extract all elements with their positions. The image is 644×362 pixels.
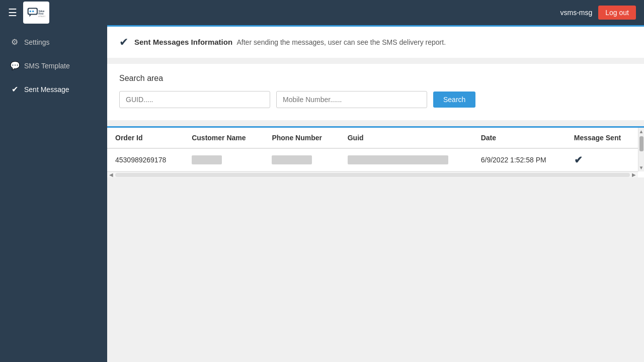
col-customer-name: Customer Name [184,128,264,148]
table-header: Order Id Customer Name Phone Number Guid… [107,128,638,148]
cell-phone-number [264,148,339,171]
sidebar-item-settings-label: Settings [24,38,50,46]
svg-point-3 [30,11,32,13]
svg-point-4 [32,11,34,13]
mobile-number-input[interactable] [276,91,427,108]
hscroll-track [115,173,630,177]
svg-text:First: First [39,13,44,15]
scroll-down-icon[interactable]: ▼ [638,164,644,171]
sent-message-icon: ✔ [10,84,19,94]
navbar-username: vsms-msg [560,9,593,17]
cell-order-id: 4530989269178 [107,148,184,171]
vertical-scrollbar[interactable]: ▲ ▼ [638,128,644,171]
table-body: 4530989269178 6/9/2022 [107,148,638,171]
table-wrapper: ▲ ▼ Order Id Customer Name Phone Number [107,128,644,177]
svg-text:Value: Value [39,10,45,13]
vscroll-thumb [639,136,643,151]
svg-marker-2 [30,15,32,17]
col-date: Date [473,128,566,148]
brand-logo: Value First A TWILIO COMPANY [23,2,49,24]
navbar-right: vsms-msg Log out [560,6,636,20]
info-banner: ✔ Sent Messages Information After sendin… [107,25,644,58]
results-table-container: ▲ ▼ Order Id Customer Name Phone Number [107,126,644,177]
layout: ⚙ Settings 💬 SMS Template ✔ Sent Message… [0,25,644,362]
cell-date: 6/9/2022 1:52:58 PM [473,148,566,171]
table-row: 4530989269178 6/9/2022 [107,148,638,171]
scroll-left-icon[interactable]: ◀ [107,172,115,177]
scroll-up-icon[interactable]: ▲ [638,128,644,135]
search-area: Search area Search [107,64,644,120]
results-table: Order Id Customer Name Phone Number Guid… [107,128,638,171]
sidebar: ⚙ Settings 💬 SMS Template ✔ Sent Message [0,25,107,362]
message-sent-check-icon: ✔ [574,154,583,165]
settings-icon: ⚙ [10,37,19,47]
info-banner-description: After sending the messages, user can see… [237,38,446,46]
col-message-sent: Message Sent [566,128,638,148]
col-order-id: Order Id [107,128,184,148]
navbar-brand: ☰ Value First A TWILIO COMPANY [8,2,49,24]
sidebar-item-sent-message[interactable]: ✔ Sent Message [0,77,107,101]
main-content: ✔ Sent Messages Information After sendin… [107,25,644,362]
customer-name-blurred [192,155,222,164]
sidebar-item-sent-message-label: Sent Message [24,85,69,94]
scroll-right-icon[interactable]: ▶ [630,172,638,177]
cell-guid [340,148,473,171]
sidebar-item-sms-template[interactable]: 💬 SMS Template [0,54,107,77]
horizontal-scrollbar[interactable]: ◀ ▶ [107,171,638,177]
sidebar-item-settings[interactable]: ⚙ Settings [0,30,107,54]
search-area-title: Search area [119,74,632,83]
guid-input[interactable] [119,91,270,108]
menu-toggle-icon[interactable]: ☰ [8,7,17,19]
sms-template-icon: 💬 [10,61,19,70]
table-scroll-area[interactable]: Order Id Customer Name Phone Number Guid… [107,128,638,171]
search-button[interactable]: Search [433,92,475,108]
navbar: ☰ Value First A TWILIO COMPANY vsms-msg … [0,0,644,25]
guid-blurred [348,155,448,164]
info-banner-check-icon: ✔ [119,36,128,49]
phone-number-blurred [272,155,312,164]
logout-button[interactable]: Log out [598,6,636,20]
cell-message-sent: ✔ [566,148,638,171]
cell-customer-name [184,148,264,171]
col-phone-number: Phone Number [264,128,339,148]
svg-text:A TWILIO COMPANY: A TWILIO COMPANY [39,16,46,18]
col-guid: Guid [340,128,473,148]
search-inputs-row: Search [119,91,632,108]
sidebar-item-sms-template-label: SMS Template [24,62,70,70]
info-banner-title: Sent Messages Information [134,38,232,46]
